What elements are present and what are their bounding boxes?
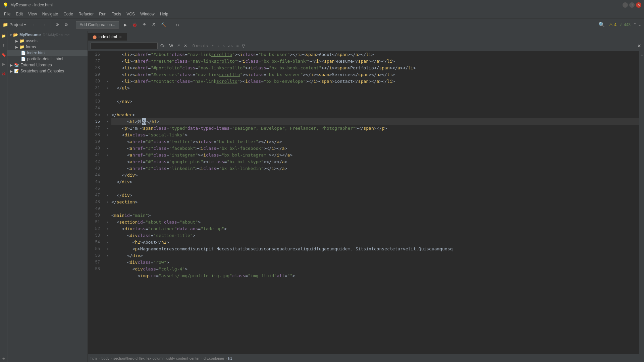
fold-marker[interactable]: ▾	[105, 85, 110, 92]
menu-help[interactable]: Help	[157, 11, 171, 17]
code-line-43[interactable]: <a href="#" class="linkedin"><i class="b…	[111, 165, 639, 172]
fold-marker[interactable]: ▾	[105, 239, 110, 246]
fold-marker[interactable]: ▾	[105, 78, 110, 85]
fold-marker[interactable]: ▾	[105, 192, 110, 199]
code-line-30[interactable]: <li><a href="#contact" class="nav-link s…	[111, 78, 639, 85]
breadcrumb-div[interactable]: div.container	[204, 356, 224, 360]
fold-marker[interactable]: ▾	[105, 112, 110, 118]
sync-button[interactable]: ⟳	[54, 21, 61, 28]
code-line-44[interactable]: </div>	[111, 172, 639, 179]
menu-edit[interactable]: Edit	[13, 11, 25, 17]
project-icon[interactable]: 📁	[0, 33, 7, 39]
code-line-41[interactable]: <a href="#" class="instagram"><i class="…	[111, 152, 639, 159]
code-line-45[interactable]: </div>	[111, 179, 639, 185]
vcs-button[interactable]: ↑↓	[174, 21, 182, 28]
coverage-button[interactable]: ☂	[141, 21, 148, 28]
run-button[interactable]: ▶	[122, 21, 129, 28]
code-line-39[interactable]: <a href="#" class="twitter"><i class="bx…	[111, 138, 639, 145]
code-line-33[interactable]: </nav>	[111, 98, 639, 105]
replace-button[interactable]: ⬦	[221, 43, 226, 49]
toolbar-forward-button[interactable]: →	[40, 21, 48, 28]
add-configuration-button[interactable]: Add Configuration...	[76, 21, 119, 28]
commit-icon[interactable]: ⬆	[0, 42, 7, 49]
breadcrumb-body[interactable]: body	[101, 356, 109, 360]
tree-item-assets[interactable]: ▶ 📁 assets	[7, 38, 88, 44]
close-button[interactable]: ✕	[636, 2, 641, 8]
code-line-47[interactable]: </div>	[111, 192, 639, 199]
expand-icon[interactable]: ⌃	[633, 22, 637, 27]
close-search-panel-button[interactable]: ✕	[637, 43, 641, 49]
code-line-58[interactable]: <div class="col-lg-4">	[111, 266, 639, 273]
toolbar-back-button[interactable]: ←	[31, 21, 39, 28]
menu-file[interactable]: File	[1, 11, 13, 17]
code-editor[interactable]: 26 27 28 29 30 31 32 33 34 35 36 37 38 3…	[88, 51, 644, 354]
fold-marker[interactable]: ▾	[105, 145, 110, 152]
code-line-55[interactable]: <p>Magnam dolores commodi suscipit. Nece…	[111, 246, 639, 252]
menu-navigate[interactable]: Navigate	[40, 11, 61, 17]
tree-item-myresume[interactable]: ▾ 📂 MyResume D:\A\MyResume	[7, 32, 88, 38]
code-line-59[interactable]: <img src="assets/img/profile-img.jpg" cl…	[111, 273, 639, 279]
search-prev-button[interactable]: ↑	[210, 43, 215, 49]
fold-marker[interactable]: ▾	[105, 232, 110, 239]
settings-button[interactable]: ⚙	[62, 21, 70, 28]
fold-marker[interactable]: ▾	[105, 246, 110, 252]
code-line-52[interactable]: <div class="container" data-aos="fade-up…	[111, 226, 639, 232]
code-line-34[interactable]	[111, 105, 639, 112]
search-icon[interactable]: 🔍	[598, 21, 605, 28]
favorites-icon[interactable]: ★	[0, 355, 7, 362]
code-line-27[interactable]: <li><a href="#resume" class="nav-link sc…	[111, 58, 639, 65]
search-next-button[interactable]: ↓	[216, 43, 220, 49]
code-line-29[interactable]: <li><a href="#services" class="nav-link …	[111, 71, 639, 78]
code-line-48[interactable]: </section>	[111, 199, 639, 205]
menu-tools[interactable]: Tools	[109, 11, 124, 17]
tree-item-external-libraries[interactable]: ▶ 📚 External Libraries	[7, 62, 88, 68]
minimize-button[interactable]: ─	[623, 2, 628, 8]
breadcrumb-section[interactable]: section#hero.d-flex.flex-column.justify-…	[113, 356, 200, 360]
menu-view[interactable]: View	[25, 11, 40, 17]
code-line-26[interactable]: <li><a href="#about" class="nav-link scr…	[111, 51, 639, 58]
code-line-49[interactable]	[111, 205, 639, 212]
fold-marker[interactable]: ▾	[105, 226, 110, 232]
code-line-38[interactable]: <div class="social-links">	[111, 132, 639, 138]
code-line-31[interactable]: </ul>	[111, 85, 639, 92]
code-line-56[interactable]: </div>	[111, 252, 639, 259]
code-line-42[interactable]: <a href="#" class="google-plus"><i class…	[111, 159, 639, 165]
menu-run[interactable]: Run	[96, 11, 109, 17]
code-line-46[interactable]	[111, 185, 639, 192]
close-search-button[interactable]: ✕	[182, 43, 189, 49]
code-line-37[interactable]: <p>I'm <span class="typed" data-typed-it…	[111, 125, 639, 132]
code-line-35[interactable]: </header>	[111, 112, 639, 118]
regex-button[interactable]: .*	[176, 43, 181, 49]
code-line-50[interactable]: <main id="main">	[111, 212, 639, 219]
code-line-57[interactable]: <div class="row">	[111, 259, 639, 266]
menu-code[interactable]: Code	[61, 11, 76, 17]
debug-gutter-icon[interactable]: 🐞	[0, 70, 7, 77]
whole-word-button[interactable]: W	[168, 43, 174, 49]
project-section[interactable]: 📁 Project ▾	[3, 22, 26, 27]
menu-vcs[interactable]: VCS	[124, 11, 138, 17]
menu-refactor[interactable]: Refactor	[76, 11, 96, 17]
breadcrumb-html[interactable]: html	[91, 356, 98, 360]
fold-marker[interactable]: ▾	[105, 252, 110, 259]
tree-item-portfolio[interactable]: 📄 portfolio-details.html	[7, 56, 88, 62]
code-content[interactable]: <li><a href="#about" class="nav-link scr…	[110, 51, 639, 354]
fold-marker[interactable]: ▾	[105, 132, 110, 138]
code-line-51[interactable]: <section id="about" class="about">	[111, 219, 639, 226]
fold-marker[interactable]: ▾	[105, 152, 110, 159]
collapse-icon[interactable]: ⌄	[638, 22, 641, 27]
toggle-filter-button[interactable]: ≡	[235, 43, 240, 49]
fold-marker[interactable]: ▾	[105, 118, 110, 125]
debug-button[interactable]: 🐞	[130, 21, 139, 28]
filter-button[interactable]: ▽	[240, 43, 246, 49]
tree-item-forms[interactable]: ▶ 📁 forms	[7, 44, 88, 50]
tree-item-scratches[interactable]: ▶ 📝 Scratches and Consoles	[7, 68, 88, 74]
code-line-40[interactable]: <a href="#" class="facebook"><i class="b…	[111, 145, 639, 152]
code-line-32[interactable]	[111, 92, 639, 98]
code-line-36-active[interactable]: <h1>姓名</h1>	[111, 118, 639, 125]
fold-marker[interactable]: ▾	[105, 219, 110, 226]
code-line-54[interactable]: <h2>About</h2>	[111, 239, 639, 246]
tree-item-index-html[interactable]: 📄 index.html	[7, 50, 88, 56]
code-line-53[interactable]: <div class="section-title">	[111, 232, 639, 239]
replace-all-button[interactable]: ⬦⬦	[227, 43, 234, 49]
maximize-button[interactable]: □	[629, 2, 635, 8]
